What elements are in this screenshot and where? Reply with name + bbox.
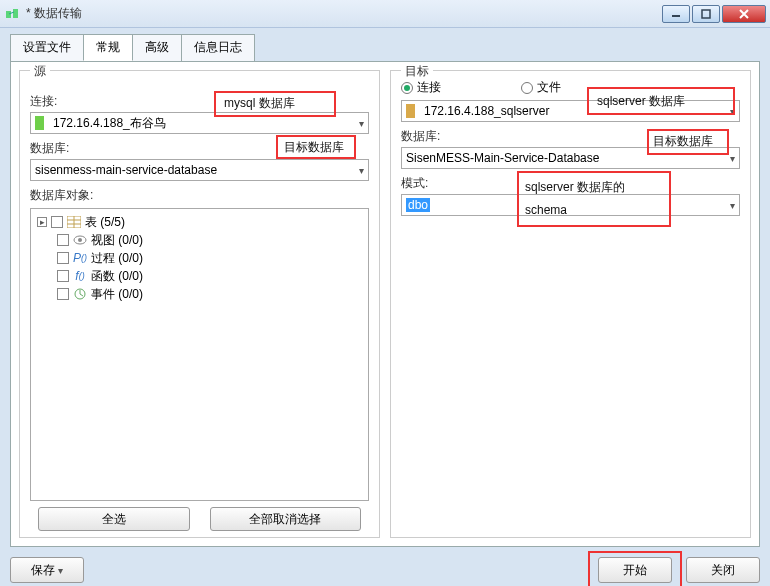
tab-settings-file[interactable]: 设置文件 — [10, 34, 84, 61]
source-legend: 源 — [30, 63, 50, 80]
expander-icon[interactable]: ▸ — [37, 217, 47, 227]
svg-line-14 — [80, 294, 83, 296]
svg-rect-1 — [13, 9, 18, 18]
annotation-sqlserver: sqlserver 数据库 — [597, 93, 685, 110]
tree-label: 函数 (0/0) — [91, 268, 143, 285]
tab-advanced[interactable]: 高级 — [132, 34, 182, 61]
maximize-button[interactable] — [692, 5, 720, 23]
func-icon: f() — [73, 269, 87, 283]
tab-log[interactable]: 信息日志 — [181, 34, 255, 61]
chevron-down-icon: ▾ — [359, 165, 364, 176]
svg-rect-3 — [702, 10, 710, 18]
chevron-down-icon: ▾ — [730, 106, 735, 117]
tree-label: 视图 (0/0) — [91, 232, 143, 249]
target-connection-dropdown[interactable]: 172.16.4.188_sqlserver ▾ — [401, 100, 740, 122]
annotation-src-db: 目标数据库 — [284, 139, 344, 156]
tree-node-tables[interactable]: ▸ 表 (5/5) — [33, 213, 366, 231]
source-database-dropdown[interactable]: sisenmess-main-service-database ▾ — [30, 159, 369, 181]
window-title: * 数据传输 — [26, 5, 662, 22]
sqlserver-icon — [406, 104, 420, 118]
tree-node-funcs[interactable]: f() 函数 (0/0) — [33, 267, 366, 285]
source-db-value: sisenmess-main-service-database — [35, 163, 217, 177]
target-panel: 目标 连接 文件 172.16.4.188_sqlserver ▾ 数据库: S… — [390, 70, 751, 538]
radio-connection[interactable]: 连接 — [401, 79, 441, 96]
chevron-down-icon: ▾ — [730, 153, 735, 164]
source-panel: 源 连接: 172.16.4.188_布谷鸟 ▾ 数据库: sisenmess-… — [19, 70, 380, 538]
chevron-down-icon: ▾ — [730, 200, 735, 211]
tree-node-events[interactable]: 事件 (0/0) — [33, 285, 366, 303]
table-icon — [67, 215, 81, 229]
target-conn-value: 172.16.4.188_sqlserver — [424, 104, 549, 118]
save-button[interactable]: 保存 — [10, 557, 84, 583]
target-database-dropdown[interactable]: SisenMESS-Main-Service-Database ▾ — [401, 147, 740, 169]
annotation-schema-2: schema — [525, 203, 567, 217]
target-schema-value: dbo — [406, 198, 430, 212]
annotation-schema-1: sqlserver 数据库的 — [525, 179, 625, 196]
source-connection-dropdown[interactable]: 172.16.4.188_布谷鸟 ▾ — [30, 112, 369, 134]
proc-icon: P() — [73, 251, 87, 265]
bottom-bar: 保存 开始 关闭 — [0, 553, 770, 586]
target-legend: 目标 — [401, 63, 433, 80]
close-dialog-button[interactable]: 关闭 — [686, 557, 760, 583]
svg-rect-0 — [6, 11, 11, 18]
checkbox[interactable] — [57, 234, 69, 246]
tab-bar: 设置文件 常规 高级 信息日志 — [0, 28, 770, 61]
checkbox[interactable] — [57, 288, 69, 300]
svg-rect-16 — [415, 104, 420, 118]
radio-file[interactable]: 文件 — [521, 79, 561, 96]
deselect-all-button[interactable]: 全部取消选择 — [210, 507, 362, 531]
tree-node-procs[interactable]: P() 过程 (0/0) — [33, 249, 366, 267]
tree-label: 事件 (0/0) — [91, 286, 143, 303]
checkbox[interactable] — [57, 252, 69, 264]
checkbox[interactable] — [51, 216, 63, 228]
tree-label: 过程 (0/0) — [91, 250, 143, 267]
close-button[interactable] — [722, 5, 766, 23]
tree-label: 表 (5/5) — [85, 214, 125, 231]
annotation-tgt-db: 目标数据库 — [653, 133, 713, 150]
mysql-icon — [35, 116, 49, 130]
minimize-button[interactable] — [662, 5, 690, 23]
main-content: 源 连接: 172.16.4.188_布谷鸟 ▾ 数据库: sisenmess-… — [10, 61, 760, 547]
svg-rect-5 — [44, 116, 49, 130]
svg-point-11 — [78, 238, 82, 242]
target-schema-dropdown[interactable]: dbo ▾ — [401, 194, 740, 216]
annotation-mysql: mysql 数据库 — [224, 95, 295, 112]
source-objects-label: 数据库对象: — [30, 187, 369, 204]
start-button[interactable]: 开始 — [598, 557, 672, 583]
source-conn-label: 连接: — [30, 93, 369, 110]
target-db-value: SisenMESS-Main-Service-Database — [406, 151, 599, 165]
event-icon — [73, 287, 87, 301]
source-conn-value: 172.16.4.188_布谷鸟 — [53, 115, 166, 132]
select-all-button[interactable]: 全选 — [38, 507, 190, 531]
titlebar: * 数据传输 — [0, 0, 770, 28]
app-icon — [4, 6, 20, 22]
checkbox[interactable] — [57, 270, 69, 282]
object-tree[interactable]: ▸ 表 (5/5) 视图 (0/0) P() 过程 (0/0) — [30, 208, 369, 501]
view-icon — [73, 233, 87, 247]
tab-general[interactable]: 常规 — [83, 34, 133, 61]
tree-node-views[interactable]: 视图 (0/0) — [33, 231, 366, 249]
chevron-down-icon: ▾ — [359, 118, 364, 129]
